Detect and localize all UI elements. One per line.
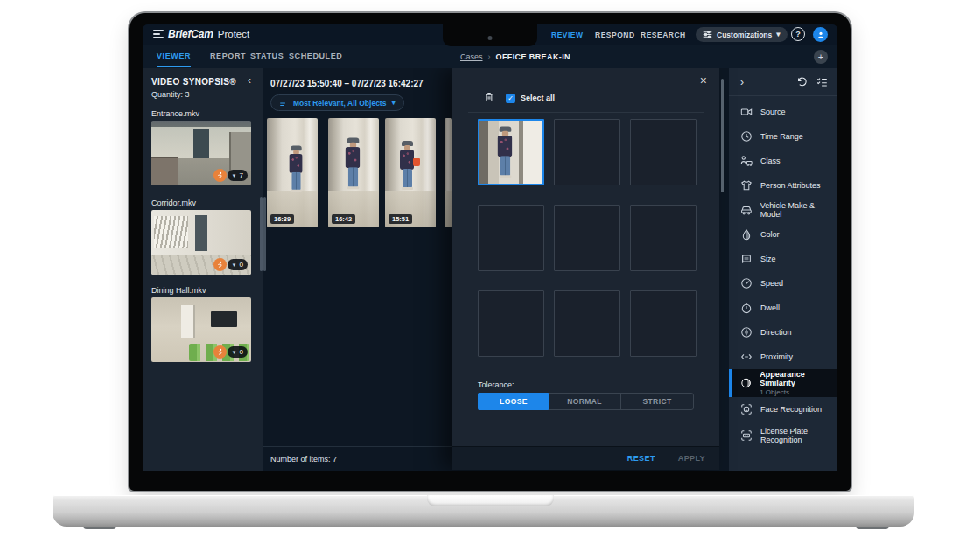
- camera-name: Corridor.mkv: [151, 199, 196, 207]
- breadcrumb-cases-link[interactable]: Cases: [460, 52, 483, 61]
- result-cell[interactable]: [554, 119, 620, 185]
- modal-scrollbar[interactable]: [721, 79, 724, 192]
- customizations-label: Customizations: [717, 31, 772, 39]
- filter-item-speed[interactable]: Speed: [729, 271, 837, 296]
- tolerance-label: Tolerance:: [478, 380, 514, 389]
- results-footer: Number of items: 7: [262, 446, 452, 471]
- nav-respond[interactable]: RESPOND: [595, 31, 635, 39]
- scene-part: [289, 154, 302, 173]
- appearance-similarity-modal: × ✓ Select all: [452, 68, 719, 470]
- tolerance-normal-button[interactable]: NORMAL: [549, 394, 621, 409]
- object-thumbnail-partial[interactable]: [444, 118, 452, 227]
- close-icon[interactable]: ×: [700, 73, 707, 87]
- scene-part: [498, 136, 513, 157]
- filter-item-proximity[interactable]: Proximity: [729, 345, 837, 369]
- collapse-filters-icon[interactable]: ›: [740, 76, 744, 88]
- undo-icon: [796, 76, 808, 87]
- face-scan-icon: [740, 403, 752, 415]
- divider: [468, 112, 704, 113]
- filter-label: Speed: [760, 279, 783, 288]
- filter-item-source[interactable]: Source: [729, 100, 837, 124]
- filter-item-appearance-similarity[interactable]: Appearance Similarity 1 Objects: [729, 369, 837, 397]
- filter-icon: ▼: [232, 173, 237, 178]
- filter-sublabel: 1 Objects: [760, 388, 837, 396]
- help-button[interactable]: ?: [791, 27, 805, 41]
- filter-list-button[interactable]: [816, 76, 828, 87]
- filter-label: Source: [760, 108, 786, 116]
- filter-item-person-attributes[interactable]: Person Attributes: [729, 173, 837, 198]
- tab-status[interactable]: STATUS: [250, 52, 284, 66]
- nav-research[interactable]: RESEARCH: [640, 31, 686, 39]
- camera-thumbnail-corridor[interactable]: ▼ 0: [151, 210, 251, 275]
- result-cell[interactable]: [554, 205, 620, 271]
- filter-label: Person Attributes: [760, 181, 821, 190]
- customizations-button[interactable]: Customizations ▾: [696, 27, 788, 42]
- tolerance-strict-button[interactable]: STRICT: [621, 394, 693, 409]
- brand-logo: BriefCam Protect: [153, 28, 249, 40]
- camera-thumbnail-entrance[interactable]: ▼ 7: [151, 121, 251, 185]
- quantity-label: Quantity: 3: [151, 90, 190, 99]
- person-figure: [494, 127, 515, 180]
- tab-report[interactable]: REPORT: [210, 52, 246, 66]
- sliders-icon: [703, 30, 712, 39]
- filter-item-time-range[interactable]: Time Range: [729, 124, 837, 149]
- timestamp-badge: 16:42: [332, 214, 355, 224]
- delete-button[interactable]: [484, 91, 494, 103]
- reset-button[interactable]: RESET: [627, 454, 655, 463]
- scene-part: [400, 150, 414, 170]
- collapse-panel-icon[interactable]: ‹: [248, 74, 251, 87]
- undo-button[interactable]: [796, 76, 808, 87]
- result-cell[interactable]: [630, 119, 696, 185]
- scene-part: [193, 129, 209, 158]
- filter-item-vehicle-make-model[interactable]: Vehicle Make & Model: [729, 198, 837, 222]
- filter-label: Face Recognition: [760, 405, 822, 414]
- scene-part: [290, 190, 301, 192]
- filter-item-license-plate-recognition[interactable]: License Plate Recognition: [729, 422, 837, 450]
- tab-viewer[interactable]: VIEWER: [157, 52, 191, 67]
- result-cell[interactable]: [478, 290, 544, 357]
- result-cell-selected[interactable]: [478, 119, 544, 185]
- add-case-button[interactable]: +: [814, 50, 828, 64]
- person-and-car-icon: [740, 155, 752, 167]
- tab-scheduled[interactable]: SCHEDULED: [289, 52, 342, 66]
- laptop-base: [52, 495, 914, 527]
- filter-item-color[interactable]: Color: [729, 222, 837, 247]
- filter-item-face-recognition[interactable]: Face Recognition: [729, 397, 837, 422]
- sort-dropdown[interactable]: Most Relevant, All Objects ▾: [270, 94, 404, 111]
- result-cell[interactable]: [478, 205, 544, 271]
- sidebar-scrollbar[interactable]: [260, 197, 262, 271]
- object-thumbnail[interactable]: 15:51: [385, 118, 436, 227]
- apply-button[interactable]: APPLY: [678, 454, 705, 463]
- filter-item-dwell[interactable]: Dwell: [729, 296, 837, 320]
- thumbnail-image: [444, 118, 452, 227]
- scene-part: [402, 187, 413, 190]
- filter-item-size[interactable]: Size: [729, 247, 837, 271]
- filter-label: Direction: [760, 328, 792, 337]
- filter-label: Class: [760, 157, 780, 165]
- object-count: 0: [240, 348, 243, 356]
- scene-part: [154, 216, 188, 248]
- result-cell[interactable]: [630, 205, 696, 271]
- tolerance-segmented-control: LOOSE NORMAL STRICT: [478, 393, 694, 410]
- filter-label: Appearance Similarity: [760, 370, 837, 388]
- user-avatar[interactable]: [813, 27, 828, 42]
- filter-label: Color: [760, 230, 780, 239]
- nav-review[interactable]: REVIEW: [551, 31, 584, 39]
- object-thumbnail[interactable]: 16:39: [267, 118, 318, 227]
- tolerance-loose-button[interactable]: LOOSE: [478, 393, 550, 410]
- filter-item-class[interactable]: Class: [729, 149, 837, 173]
- result-cell[interactable]: [630, 290, 696, 357]
- sort-icon: [279, 99, 288, 108]
- object-thumbnail[interactable]: 16:42: [328, 118, 379, 227]
- select-all-checkbox[interactable]: ✓: [506, 94, 515, 103]
- results-scrollbar[interactable]: [263, 197, 266, 271]
- sort-label: Most Relevant, All Objects: [293, 99, 386, 108]
- filter-label: Time Range: [760, 132, 803, 141]
- filter-item-direction[interactable]: Direction: [729, 320, 837, 345]
- trash-icon: [484, 91, 494, 103]
- result-cell[interactable]: [554, 290, 620, 357]
- scene-part: [181, 305, 195, 338]
- filters-panel: ›: [729, 68, 837, 471]
- camera-thumbnail-dining-hall[interactable]: ▼ 0: [151, 297, 251, 362]
- chevron-down-icon: ▾: [391, 99, 395, 107]
